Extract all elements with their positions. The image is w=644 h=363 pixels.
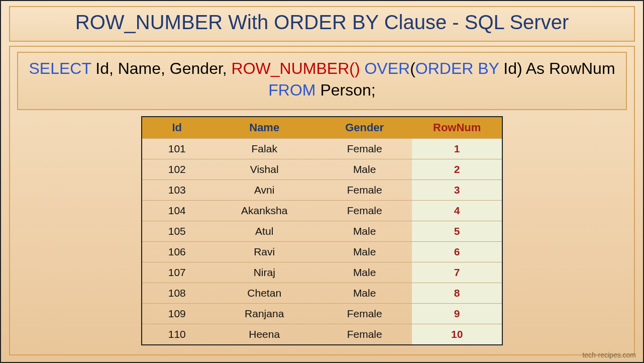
table-row: 104AkankshaFemale4 [142,201,502,221]
cell-name: Heena [212,324,317,345]
cell-name: Ravi [212,242,317,262]
sql-query-box: SELECT Id, Name, Gender, ROW_NUMBER() OV… [17,52,627,110]
header-id: Id [142,117,212,139]
result-table: Id Name Gender RowNum 101FalakFemale1102… [141,116,503,345]
cell-id: 102 [142,159,212,180]
cell-rownum: 9 [412,304,502,324]
sql-from: FROM [268,81,315,99]
sql-paren: ( [410,59,415,77]
watermark: tech-recipes.com [582,351,636,359]
cell-rownum: 2 [412,159,502,180]
cell-id: 106 [142,242,212,262]
table-header-row: Id Name Gender RowNum [142,117,502,139]
cell-gender: Male [317,221,412,242]
cell-rownum: 1 [412,139,502,159]
table-row: 102VishalMale2 [142,159,502,180]
cell-id: 105 [142,221,212,242]
table-row: 101FalakFemale1 [142,139,502,159]
header-name: Name [212,117,317,139]
table-row: 110HeenaFemale10 [142,324,502,345]
cell-rownum: 10 [412,324,502,345]
table-row: 107NirajMale7 [142,262,502,283]
table-row: 109RanjanaFemale9 [142,304,502,324]
cell-rownum: 8 [412,283,502,304]
cell-name: Vishal [212,159,317,180]
table-row: 105AtulMale5 [142,221,502,242]
cell-gender: Female [317,201,412,221]
cell-id: 107 [142,262,212,283]
sql-columns: Id, Name, Gender, [91,59,231,77]
cell-rownum: 5 [412,221,502,242]
header-rownum: RowNum [412,117,502,139]
cell-name: Ranjana [212,304,317,324]
cell-rownum: 3 [412,180,502,201]
cell-gender: Female [317,304,412,324]
cell-gender: Female [317,139,412,159]
cell-name: Niraj [212,262,317,283]
cell-id: 101 [142,139,212,159]
cell-name: Falak [212,139,317,159]
cell-id: 108 [142,283,212,304]
cell-name: Avni [212,180,317,201]
cell-id: 110 [142,324,212,345]
cell-gender: Male [317,159,412,180]
table-row: 103AvniFemale3 [142,180,502,201]
cell-id: 103 [142,180,212,201]
cell-name: Akanksha [212,201,317,221]
cell-rownum: 7 [412,262,502,283]
cell-gender: Male [317,283,412,304]
cell-id: 109 [142,304,212,324]
cell-gender: Male [317,242,412,262]
table-row: 106RaviMale6 [142,242,502,262]
cell-name: Chetan [212,283,317,304]
page-title: ROW_NUMBER With ORDER BY Clause - SQL Se… [15,11,629,34]
cell-gender: Female [317,180,412,201]
sql-rownumber: ROW_NUMBER() [232,59,360,77]
table-row: 108ChetanMale8 [142,283,502,304]
sql-orderby: ORDER BY [415,59,499,77]
cell-gender: Male [317,262,412,283]
cell-rownum: 6 [412,242,502,262]
cell-rownum: 4 [412,201,502,221]
cell-id: 104 [142,201,212,221]
cell-name: Atul [212,221,317,242]
sql-select: SELECT [29,59,91,77]
header-gender: Gender [317,117,412,139]
sql-over: OVER [364,59,410,77]
content-box: SELECT Id, Name, Gender, ROW_NUMBER() OV… [9,46,635,355]
sql-alias: As RowNum [522,59,615,77]
sql-table: Person; [316,81,376,99]
cell-gender: Female [317,324,412,345]
title-box: ROW_NUMBER With ORDER BY Clause - SQL Se… [9,6,635,42]
sql-orderby-col: Id) [499,59,522,77]
